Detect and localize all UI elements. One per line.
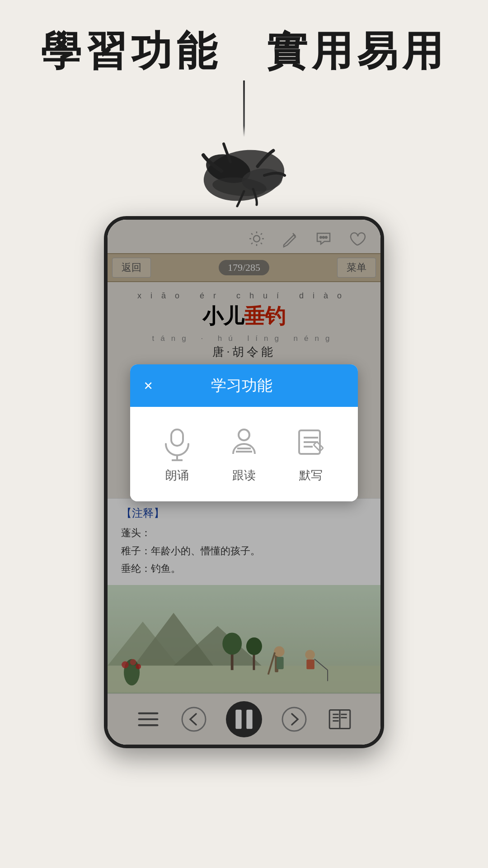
- dialog-body: 朗诵 跟读: [130, 407, 358, 501]
- option-moxie-label: 默写: [299, 467, 323, 483]
- phone-screen: 返回 179/285 菜单 xiāo ér chuí diào 小儿垂钓 tán…: [108, 220, 380, 745]
- ink-drip: [243, 80, 245, 137]
- reading-icon: [226, 425, 262, 461]
- option-moxie[interactable]: 默写: [293, 425, 329, 483]
- option-gendou-label: 跟读: [232, 467, 256, 483]
- dialog-title: 学习功能: [167, 375, 344, 396]
- svg-rect-43: [171, 429, 183, 446]
- option-gendou[interactable]: 跟读: [226, 425, 262, 483]
- learning-dialog: × 学习功能 朗诵: [130, 364, 358, 501]
- svg-point-46: [239, 429, 249, 440]
- ink-decoration: [165, 80, 323, 207]
- dialog-overlay: × 学习功能 朗诵: [108, 220, 380, 745]
- phone-frame: 返回 179/285 菜单 xiāo ér chuí diào 小儿垂钓 tán…: [104, 216, 384, 748]
- option-langsung-label: 朗诵: [165, 467, 189, 483]
- ink-splash-svg: [194, 135, 294, 207]
- svg-rect-53: [314, 442, 323, 451]
- option-langsung[interactable]: 朗诵: [159, 425, 195, 483]
- top-area: 學習功能 實用易用: [0, 0, 488, 207]
- main-title: 學習功能 實用易用: [41, 27, 447, 76]
- dialog-header: × 学习功能: [130, 364, 358, 407]
- microphone-icon: [159, 425, 195, 461]
- writing-icon: [293, 425, 329, 461]
- dialog-close-button[interactable]: ×: [144, 376, 153, 395]
